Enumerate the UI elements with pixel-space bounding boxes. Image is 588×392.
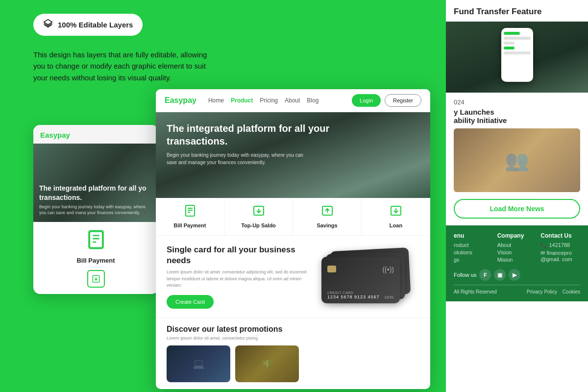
promo-img-1: 💻: [167, 345, 230, 382]
register-button[interactable]: Register: [385, 94, 421, 107]
screen-line-1: [504, 32, 520, 35]
loan-icon: [390, 205, 402, 220]
screen-line-3: [504, 42, 514, 45]
footer-company-vision: Vision: [497, 249, 537, 255]
badge-label: 100% Editable Layers: [58, 21, 133, 29]
phone-image: [446, 22, 588, 93]
loan-label: Loan: [390, 222, 402, 228]
nav-logo: Easypay: [165, 96, 196, 105]
layers-icon: [43, 19, 53, 31]
mobile-card-header: Easypay: [33, 125, 158, 144]
svg-rect-1: [89, 231, 102, 247]
social-youtube[interactable]: ▶: [509, 269, 520, 281]
nav-blog[interactable]: Blog: [307, 97, 318, 104]
card-section-title: Single card for all your business needs: [167, 245, 312, 266]
news-image: 👥: [454, 128, 580, 192]
footer-menu-item-3: gs: [454, 257, 493, 263]
news-year: 024: [446, 93, 588, 106]
card-label-3: CREDIT CARD: [327, 291, 394, 294]
savings-label: Savings: [317, 222, 337, 228]
mobile-hero-title: The integrated platform for all yo trans…: [39, 184, 152, 201]
bill-payment-label: Bill Payment: [173, 222, 206, 228]
login-button[interactable]: Login: [352, 94, 381, 107]
screen-line-2: [504, 37, 531, 40]
promo-img-bg-2: 💵: [235, 345, 299, 382]
right-panel: Fund Transfer Feature 024 y Launches abi…: [446, 0, 588, 392]
footer-menu-item-1: roduct: [454, 242, 493, 248]
bill-icon: [86, 230, 106, 254]
card-section-desc: Lorem ipsum dolor sit amet, consectetur …: [167, 269, 312, 289]
promo-img-2: 💵: [235, 345, 299, 382]
news-img-bg: 👥: [454, 128, 580, 192]
hero-subtitle: Begin your banking journey today with ea…: [167, 151, 314, 166]
follow-row: Follow us F ▣ ▶: [454, 269, 580, 281]
footer-menu-item-2: olutions: [454, 249, 493, 255]
footer-email: ✉ financepro @gmail. com: [540, 250, 580, 262]
feature-bill-payment[interactable]: Bill Payment: [156, 198, 224, 235]
create-card-button[interactable]: Create Card: [167, 295, 214, 309]
phone-mockup: [501, 28, 533, 82]
card-section: Single card for all your business needs …: [156, 236, 430, 318]
savings-icon: [321, 205, 333, 220]
all-rights: All Rights Reserved: [454, 289, 497, 294]
card-section-left: Single card for all your business needs …: [167, 245, 312, 309]
load-more-button[interactable]: Load More News: [454, 199, 580, 219]
mobile-bill-label: Bill Payment: [76, 257, 115, 264]
footer-grid: enu roduct olutions gs Company About Vis…: [454, 232, 580, 264]
nav-home[interactable]: Home: [208, 97, 224, 104]
nav-pricing[interactable]: Pricing: [260, 97, 278, 104]
footer-bottom: All Rights Reserved Privacy Policy Cooki…: [454, 285, 580, 294]
footer-contact-col: Contact Us 📞 1421788 ✉ financepro @gmail…: [540, 232, 580, 264]
card-wifi-3: ((•)): [382, 266, 394, 273]
feature-loan[interactable]: Loan: [362, 198, 430, 235]
promo-text-1: 💻: [193, 358, 205, 369]
mobile-hero-text: The integrated platform for all yo trans…: [39, 184, 152, 216]
footer-company-mision: Mision: [497, 257, 537, 263]
features-row: Bill Payment Top-Up Saldo Savings: [156, 198, 430, 236]
footer-phone: 📞 1421788: [540, 242, 580, 248]
fund-transfer-title: Fund Transfer Feature: [446, 0, 588, 22]
news-title-line1: y Launches: [454, 108, 580, 116]
feature-topup[interactable]: Top-Up Saldo: [224, 198, 293, 235]
card-section-right: ((•)) CREDIT CARD 1234 5678 9123 4567 ((…: [321, 249, 419, 303]
nav-buttons: Login Register: [352, 94, 421, 107]
editable-badge: 100% Editable Layers: [33, 14, 143, 36]
footer-menu-title: enu: [454, 232, 493, 239]
mobile-second-icon: [87, 270, 105, 288]
screen-line-5: [504, 51, 531, 54]
nav-links: Home Product Pricing About Blog: [208, 97, 318, 104]
mobile-hero: The integrated platform for all yo trans…: [33, 144, 158, 222]
nav-about[interactable]: About: [285, 97, 300, 104]
mobile-hero-sub: Begin your banking journey today with ea…: [39, 204, 152, 216]
card-chip-3: [327, 266, 336, 272]
footer-bottom-links: Privacy Policy Cookies: [527, 289, 580, 294]
topup-label: Top-Up Saldo: [241, 222, 276, 228]
mobile-bottom: Bill Payment: [33, 222, 158, 294]
mockup-nav: Easypay Home Product Pricing About Blog …: [156, 89, 430, 112]
nav-product[interactable]: Product: [231, 97, 253, 104]
mobile-logo: Easypay: [40, 131, 70, 139]
promo-subtitle: Lorem ipsum dolor sit amet, consectetur …: [167, 336, 419, 341]
footer-company-col: Company About Vision Mision: [497, 232, 537, 264]
meeting-icon: 👥: [505, 149, 529, 172]
follow-label: Follow us: [454, 272, 476, 278]
promo-title: Discover our latest promotions: [167, 325, 419, 334]
svg-rect-5: [89, 231, 103, 249]
promo-section: Discover our latest promotions Lorem ips…: [156, 318, 430, 389]
footer-company-about: About: [497, 242, 537, 248]
topup-icon: [253, 205, 265, 220]
screen-line-4: [504, 47, 514, 49]
footer-contact-title: Contact Us: [540, 232, 580, 239]
footer-company-title: Company: [497, 232, 537, 239]
social-facebook[interactable]: F: [479, 269, 491, 281]
news-title-line2: ability Initiative: [454, 116, 580, 124]
feature-savings[interactable]: Savings: [293, 198, 362, 235]
social-square[interactable]: ▣: [494, 269, 506, 281]
news-title: y Launches ability Initiative: [446, 106, 588, 128]
cookies[interactable]: Cookies: [563, 289, 580, 294]
bill-payment-icon: [184, 205, 196, 220]
footer-panel: enu roduct olutions gs Company About Vis…: [446, 225, 588, 301]
promo-images: 💻 💵: [167, 345, 419, 382]
privacy-policy[interactable]: Privacy Policy: [527, 289, 557, 294]
promo-text-2: 💵: [261, 358, 273, 369]
